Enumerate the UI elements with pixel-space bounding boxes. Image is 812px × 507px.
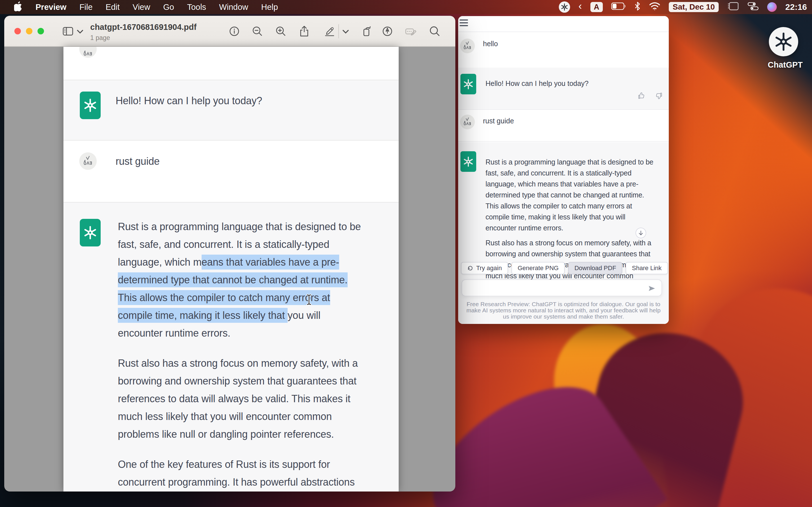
screen-mirroring-icon[interactable]: [727, 2, 739, 13]
chatgpt-app-window: hello Hello! How can I help you today?: [458, 16, 669, 324]
assistant-avatar: [80, 92, 101, 119]
user-avatar: [460, 39, 475, 53]
button-label: Share Link: [632, 265, 661, 272]
zoom-in-icon[interactable]: [275, 25, 287, 37]
chat-action-buttons: Try again Generate PNG Download PDF Shar…: [461, 262, 668, 274]
menu-item[interactable]: File: [80, 3, 93, 12]
menu-item[interactable]: View: [133, 3, 150, 12]
pdf-page[interactable]: Hello! How can I help you today?: [63, 47, 399, 492]
share-link-button[interactable]: Share Link: [626, 262, 668, 274]
apple-menu-icon[interactable]: [14, 1, 22, 13]
pdf-chat-row-user: [63, 47, 399, 80]
zoom-button[interactable]: [38, 28, 44, 34]
desktop: Preview File Edit View Go Tools Window H…: [0, 0, 812, 507]
markup-pen-icon[interactable]: [382, 25, 393, 37]
chatgpt-header: [458, 16, 669, 32]
chevron-left-icon[interactable]: ‹: [578, 1, 582, 13]
button-label: Try again: [476, 265, 502, 272]
text-line: language, which means that variables hav…: [486, 179, 665, 189]
text-line: This allows the compiler to catch many e…: [486, 201, 665, 212]
menu-item[interactable]: Edit: [105, 3, 119, 12]
selected-text: determined type that cannot be changed a…: [118, 272, 348, 287]
assistant-avatar: [80, 219, 101, 246]
assistant-avatar: [460, 151, 476, 172]
text-line: This allows the compiler to catch many e…: [118, 289, 394, 306]
chatgpt-desktop-icon[interactable]: ChatGPT: [768, 27, 799, 69]
menu-bar-left: Preview File Edit View Go Tools Window H…: [0, 1, 278, 13]
wifi-icon[interactable]: [649, 2, 660, 12]
generate-png-button[interactable]: Generate PNG: [511, 262, 565, 274]
siri-icon[interactable]: [767, 2, 777, 12]
paragraph: Rust is a programming language that is d…: [486, 157, 665, 233]
openai-logo-icon: [769, 27, 798, 56]
chevron-down-icon[interactable]: [342, 28, 349, 36]
search-icon[interactable]: [429, 25, 441, 37]
menu-app-name[interactable]: Preview: [36, 3, 66, 12]
close-button[interactable]: [14, 28, 21, 34]
share-icon[interactable]: [298, 25, 310, 37]
openai-status-icon[interactable]: [559, 1, 570, 13]
text-line: borrowing and ownership system that guar…: [118, 372, 394, 390]
menu-item[interactable]: Go: [163, 3, 174, 12]
hamburger-menu-icon[interactable]: [460, 19, 468, 26]
page-count: 1 page: [90, 34, 197, 42]
text-line: One of the key features of Rust is its s…: [118, 455, 394, 473]
text-line: borrowing and ownership system that guar…: [486, 248, 665, 260]
button-label: Generate PNG: [518, 265, 559, 272]
paragraph: Rust also has a strong focus on memory s…: [118, 354, 394, 443]
user-message: rust guide: [483, 117, 514, 125]
keyboard-layout-indicator[interactable]: A: [591, 2, 603, 12]
sidebar-icon[interactable]: [62, 25, 74, 37]
bluetooth-icon[interactable]: [635, 2, 641, 13]
thumbs-up-button[interactable]: [638, 92, 645, 100]
menu-item[interactable]: Window: [219, 3, 248, 12]
menu-clock[interactable]: 22:16: [785, 2, 807, 12]
menu-bar: Preview File Edit View Go Tools Window H…: [0, 0, 812, 14]
text-line: concurrent programming. It has powerful …: [118, 473, 394, 491]
minimize-button[interactable]: [26, 28, 33, 34]
control-center-icon[interactable]: [748, 2, 759, 12]
battery-icon[interactable]: [611, 3, 626, 12]
text-line: Rust is a programming language that is d…: [118, 218, 394, 235]
menu-item[interactable]: Tools: [187, 3, 206, 12]
assistant-message: Hello! How can I help you today?: [486, 79, 589, 88]
toolbar-divider: [338, 24, 339, 38]
info-icon[interactable]: [229, 25, 240, 37]
paragraph: Rust also has a strong focus on memory s…: [486, 237, 665, 281]
scroll-to-bottom-button[interactable]: [636, 228, 646, 238]
text-line: fast, safe, and concurrent. It is a stat…: [118, 235, 394, 253]
menu-item[interactable]: Help: [261, 3, 278, 12]
assistant-message: Rust is a programming language that is d…: [118, 218, 394, 492]
paragraph-with-selection: Rust is a programming language that is d…: [118, 218, 394, 342]
text-line: determined type that cannot be changed a…: [486, 189, 665, 201]
chat-row-assistant: Hello! How can I help you today?: [458, 68, 669, 110]
preview-window: chatgpt-1670681691904.pdf 1 page: [4, 16, 455, 492]
text-line: language, which means that variables hav…: [118, 253, 394, 271]
user-message: hello: [483, 40, 498, 48]
menu-date[interactable]: Sat, Dec 10: [669, 2, 719, 12]
message-input[interactable]: [462, 279, 662, 296]
highlighter-icon[interactable]: [324, 25, 336, 37]
user-avatar: [79, 152, 97, 170]
chat-row-user: hello: [458, 32, 669, 68]
rotate-icon[interactable]: [361, 25, 373, 37]
thumbs-down-button[interactable]: [655, 92, 663, 100]
user-message: rust guide: [116, 156, 160, 167]
send-icon[interactable]: [648, 284, 656, 292]
selected-text: compile time, making it less likely that: [118, 308, 288, 323]
paragraph: One of the key features of Rust is its s…: [118, 455, 394, 492]
text-cursor: [306, 294, 312, 305]
text-line: determined type that cannot be changed a…: [118, 271, 394, 289]
selected-text: eans that variables have a pre-: [202, 255, 339, 270]
text-line: references to data will always be valid.…: [118, 390, 394, 407]
text-line: compile time, making it less likely that…: [118, 306, 394, 324]
pdf-chat-row-assistant: Hello! How can I help you today?: [63, 80, 399, 140]
text-line: for working with threads, and these abst…: [118, 491, 394, 492]
zoom-out-icon[interactable]: [252, 25, 263, 37]
assistant-avatar: [460, 74, 476, 94]
chevron-down-icon[interactable]: [77, 28, 84, 36]
try-again-button[interactable]: Try again: [461, 262, 508, 274]
fill-sign-icon[interactable]: [405, 25, 417, 37]
window-title-block: chatgpt-1670681691904.pdf 1 page: [90, 22, 197, 42]
download-pdf-button[interactable]: Download PDF: [568, 262, 622, 274]
